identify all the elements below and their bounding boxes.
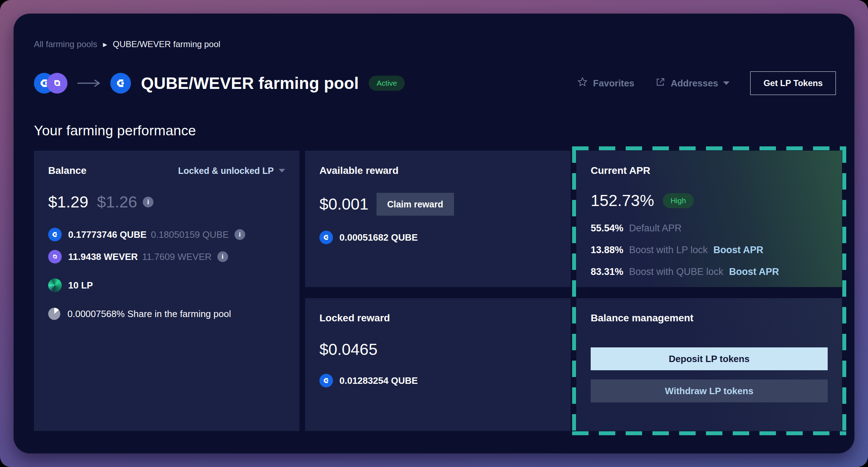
info-icon[interactable]: i bbox=[234, 229, 245, 240]
qube-token-icon bbox=[319, 374, 333, 387]
token-row-qube: 0.17773746 QUBE 0.18050159 QUBE i bbox=[48, 228, 285, 241]
breadcrumb-parent-link[interactable]: All farming pools bbox=[34, 39, 97, 49]
status-badge: Active bbox=[369, 76, 405, 91]
withdraw-lp-tokens-button[interactable]: Withdraw LP tokens bbox=[591, 380, 828, 402]
section-title: Your farming performance bbox=[34, 123, 836, 139]
wever-token-icon bbox=[47, 73, 67, 94]
favorites-label: Favorites bbox=[593, 78, 635, 89]
locked-reward-value: $0.0465 bbox=[319, 340, 378, 359]
qube-token-icon bbox=[48, 228, 62, 241]
apr-row-default: 55.54% Default APR bbox=[591, 223, 828, 234]
chevron-down-icon bbox=[723, 81, 730, 85]
claim-reward-button[interactable]: Claim reward bbox=[377, 193, 454, 216]
lp-filter-dropdown[interactable]: Locked & unlocked LP bbox=[178, 166, 285, 176]
token-secondary-amount: 0.18050159 QUBE bbox=[151, 229, 229, 240]
current-apr-card: Current APR 152.73% High 55.54% Default … bbox=[576, 151, 842, 287]
lp-amount: 10 LP bbox=[68, 280, 93, 291]
external-link-icon bbox=[655, 77, 666, 90]
reward-token-qube-icon bbox=[110, 73, 131, 94]
favorites-button[interactable]: Favorites bbox=[577, 76, 635, 90]
lp-amount-row: 10 LP bbox=[48, 278, 285, 292]
balance-management-title: Balance management bbox=[591, 312, 828, 324]
pool-header: QUBE/WEVER farming pool Active Favorites… bbox=[34, 71, 836, 95]
get-lp-tokens-button[interactable]: Get LP Tokens bbox=[750, 71, 836, 95]
apr-row-label: Boost with LP lock bbox=[629, 245, 708, 256]
main-panel: All farming pools ▶ QUBE/WEVER farming p… bbox=[14, 14, 854, 453]
apr-row-value: 55.54% bbox=[591, 223, 624, 234]
available-reward-card: Available reward $0.001 Claim reward 0.0… bbox=[305, 151, 571, 287]
apr-row-value: 83.31% bbox=[591, 266, 624, 277]
token-primary-amount: 0.17773746 QUBE bbox=[68, 229, 147, 240]
info-icon[interactable]: i bbox=[143, 197, 153, 207]
screen: All farming pools ▶ QUBE/WEVER farming p… bbox=[0, 0, 868, 467]
apr-value: 152.73% bbox=[591, 191, 654, 210]
apr-row-value: 13.88% bbox=[591, 245, 624, 256]
lp-token-icon bbox=[48, 278, 62, 292]
reward-token-amount: 0.00051682 QUBE bbox=[339, 232, 418, 243]
lp-filter-label: Locked & unlocked LP bbox=[178, 166, 274, 176]
boost-apr-link[interactable]: Boost APR bbox=[729, 266, 779, 277]
info-icon[interactable]: i bbox=[217, 251, 228, 262]
boost-apr-link[interactable]: Boost APR bbox=[713, 245, 763, 256]
wever-token-icon bbox=[48, 250, 62, 263]
balance-primary-value: $1.29 bbox=[48, 193, 89, 211]
balance-token-list: 0.17773746 QUBE 0.18050159 QUBE i 11.943… bbox=[48, 228, 285, 263]
apr-row-qube-lock: 83.31% Boost with QUBE lock Boost APR bbox=[591, 266, 828, 277]
deposit-lp-tokens-button[interactable]: Deposit LP tokens bbox=[591, 347, 828, 370]
token-secondary-amount: 11.7609 WEVER bbox=[142, 251, 212, 262]
apr-highlight-column: Current APR 152.73% High 55.54% Default … bbox=[576, 151, 842, 431]
apr-value-row: 152.73% High bbox=[591, 191, 828, 210]
qube-token-icon bbox=[319, 231, 333, 244]
balance-management-card: Balance management Deposit LP tokens Wit… bbox=[576, 298, 842, 431]
apr-level-badge: High bbox=[663, 193, 694, 208]
breadcrumb-current: QUBE/WEVER farming pool bbox=[113, 39, 220, 49]
pool-share-row: 0.00007568% Share in the farming pool bbox=[48, 308, 285, 320]
header-actions: Favorites Addresses Get LP Tokens bbox=[577, 71, 836, 95]
pool-share-text: 0.00007568% Share in the farming pool bbox=[67, 308, 231, 320]
chevron-down-icon bbox=[279, 169, 285, 172]
available-reward-value: $0.001 bbox=[319, 195, 369, 214]
balance-card-header: Balance Locked & unlocked LP bbox=[48, 165, 285, 176]
pie-chart-icon bbox=[48, 308, 60, 320]
apr-row-lp-lock: 13.88% Boost with LP lock Boost APR bbox=[591, 245, 828, 256]
balance-title: Balance bbox=[48, 165, 86, 176]
page-title: QUBE/WEVER farming pool bbox=[141, 74, 359, 93]
reward-token-row: 0.01283254 QUBE bbox=[319, 374, 556, 387]
locked-token-amount: 0.01283254 QUBE bbox=[339, 375, 418, 386]
apr-row-label: Boost with QUBE lock bbox=[629, 266, 723, 277]
addresses-label: Addresses bbox=[671, 78, 718, 89]
token-primary-amount: 11.9438 WEVER bbox=[68, 251, 138, 262]
locked-reward-card: Locked reward $0.0465 0.01283254 QUBE bbox=[305, 298, 571, 431]
balance-value-row: $1.29 $1.26 i bbox=[48, 193, 285, 211]
token-row-wever: 11.9438 WEVER 11.7609 WEVER i bbox=[48, 250, 285, 263]
management-buttons: Deposit LP tokens Withdraw LP tokens bbox=[591, 347, 828, 402]
balance-secondary-value: $1.26 bbox=[97, 193, 137, 211]
apr-row-label: Default APR bbox=[629, 223, 682, 234]
page-content: All farming pools ▶ QUBE/WEVER farming p… bbox=[14, 14, 854, 453]
breadcrumb-chevron-icon: ▶ bbox=[103, 42, 107, 47]
performance-grid: Balance Locked & unlocked LP $1.29 $1.26… bbox=[34, 151, 836, 431]
reward-token-row: 0.00051682 QUBE bbox=[319, 231, 556, 244]
pair-token-icons bbox=[34, 73, 67, 94]
addresses-dropdown[interactable]: Addresses bbox=[655, 77, 730, 90]
balance-card: Balance Locked & unlocked LP $1.29 $1.26… bbox=[34, 151, 299, 431]
star-icon bbox=[577, 76, 588, 90]
locked-reward-title: Locked reward bbox=[319, 312, 556, 324]
current-apr-title: Current APR bbox=[591, 165, 828, 176]
apr-breakdown: 55.54% Default APR 13.88% Boost with LP … bbox=[591, 223, 828, 277]
breadcrumb: All farming pools ▶ QUBE/WEVER farming p… bbox=[34, 39, 836, 49]
available-reward-title: Available reward bbox=[319, 165, 556, 176]
locked-reward-value-row: $0.0465 bbox=[319, 340, 556, 359]
available-reward-value-row: $0.001 Claim reward bbox=[319, 193, 556, 216]
arrow-right-icon bbox=[76, 79, 102, 88]
